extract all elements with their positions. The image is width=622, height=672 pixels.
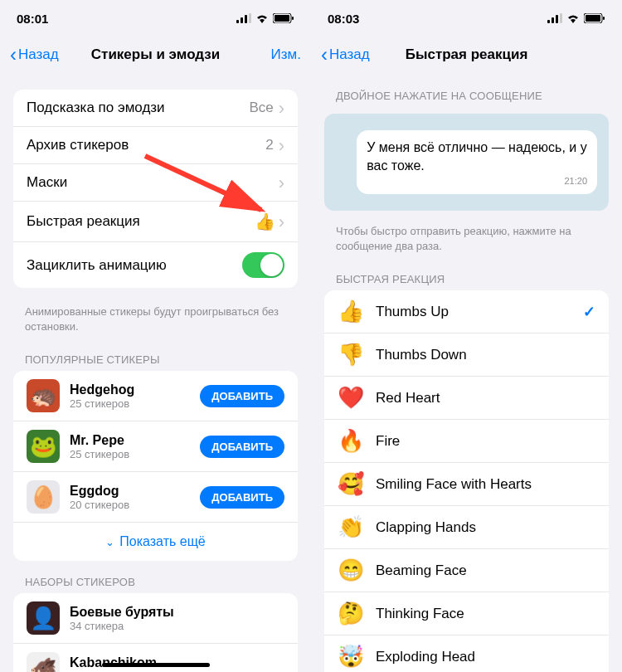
sticker-info: Eggdog 20 стикеров <box>70 484 200 511</box>
settings-row-4[interactable]: Зациклить анимацию <box>13 242 298 288</box>
add-button[interactable]: ДОБАВИТЬ <box>200 486 284 509</box>
settings-row-0[interactable]: Подсказка по эмодзиВсе› <box>13 90 298 127</box>
popular-sticker-0[interactable]: 🦔 Hedgehog 25 стикеров ДОБАВИТЬ <box>13 371 298 421</box>
popular-group: 🦔 Hedgehog 25 стикеров ДОБАВИТЬ🐸 Mr. Pep… <box>13 371 298 561</box>
back-label: Назад <box>18 46 59 63</box>
chevron-left-icon: ‹ <box>321 43 328 66</box>
svg-rect-10 <box>556 15 558 23</box>
nav-bar: ‹ Назад Быстрая реакция <box>311 37 622 73</box>
reaction-label: Exploding Head <box>376 649 595 665</box>
settings-value: Все <box>249 100 273 116</box>
message-time: 21:20 <box>367 176 587 186</box>
sticker-set-1[interactable]: 🐗 Kabanchikom 75 стикеров <box>13 644 298 672</box>
status-time: 08:03 <box>328 12 359 26</box>
reaction-emoji: 🥰 <box>338 471 362 497</box>
message-bubble[interactable]: У меня всё отлично — надеюсь, и у вас то… <box>357 130 597 194</box>
content[interactable]: ДВОЙНОЕ НАЖАТИЕ НА СООБЩЕНИЕ У меня всё … <box>311 73 622 672</box>
add-button[interactable]: ДОБАВИТЬ <box>200 385 284 407</box>
popular-sticker-2[interactable]: 🥚 Eggdog 20 стикеров ДОБАВИТЬ <box>13 472 298 523</box>
reaction-label: Clapping Hands <box>376 519 595 536</box>
popular-sticker-1[interactable]: 🐸 Mr. Pepe 25 стикеров ДОБАВИТЬ <box>13 421 298 472</box>
reaction-emoji: 👎 <box>338 342 362 368</box>
back-button[interactable]: ‹ Назад <box>10 43 59 66</box>
battery-icon <box>584 13 605 23</box>
show-more-button[interactable]: ⌄Показать ещё <box>13 523 298 561</box>
settings-label: Архив стикеров <box>27 137 265 153</box>
checkmark-icon: ✓ <box>583 303 595 321</box>
sticker-info: Hedgehog 25 стикеров <box>70 382 200 410</box>
reaction-row-0[interactable]: 👍 Thumbs Up ✓ <box>324 290 609 334</box>
sticker-count: 20 стикеров <box>70 499 200 511</box>
sets-header: НАБОРЫ СТИКЕРОВ <box>0 571 311 593</box>
svg-rect-13 <box>586 15 600 22</box>
svg-rect-3 <box>249 13 251 23</box>
add-button[interactable]: ДОБАВИТЬ <box>200 436 284 458</box>
sticker-name: Hedgehog <box>70 382 200 397</box>
right-screen: 08:03 ‹ Назад Быстрая реакция ДВОЙНОЕ НА… <box>311 0 622 672</box>
settings-group: Подсказка по эмодзиВсе›Архив стикеров2›М… <box>13 90 298 288</box>
settings-row-2[interactable]: Маски› <box>13 164 298 202</box>
wifi-icon <box>255 13 269 23</box>
sticker-thumb: 🐸 <box>27 430 60 463</box>
reaction-row-4[interactable]: 🥰 Smiling Face with Hearts <box>324 463 609 506</box>
reaction-label: Thumbs Down <box>376 347 595 363</box>
sticker-thumb: 🐗 <box>27 652 60 672</box>
status-icons <box>547 13 605 23</box>
animation-footer: Анимированные стикеры будут проигрыватьс… <box>0 298 311 348</box>
settings-label: Подсказка по эмодзи <box>27 100 249 116</box>
reaction-row-6[interactable]: 😁 Beaming Face <box>324 549 609 592</box>
reaction-emoji: 🤔 <box>338 601 362 626</box>
chevron-down-icon: ⌄ <box>105 536 114 548</box>
sticker-name: Mr. Pepe <box>70 433 200 448</box>
toggle-switch[interactable] <box>242 252 284 278</box>
reaction-row-8[interactable]: 🤯 Exploding Head <box>324 635 609 672</box>
reaction-row-5[interactable]: 👏 Clapping Hands <box>324 506 609 549</box>
settings-label: Маски <box>27 174 279 191</box>
popular-header: ПОПУЛЯРНЫЕ СТИКЕРЫ <box>0 348 311 371</box>
settings-value: 2 <box>265 137 273 153</box>
svg-rect-8 <box>547 20 550 23</box>
reaction-emoji: 👏 <box>338 514 362 540</box>
sets-group: 👤 Боевые буряты 34 стикера 🐗 Kabanchikom… <box>13 593 298 672</box>
status-icons <box>236 13 294 23</box>
chevron-right-icon: › <box>279 217 284 226</box>
reaction-row-3[interactable]: 🔥 Fire <box>324 420 609 463</box>
reaction-emoji: 😁 <box>338 558 362 583</box>
svg-rect-6 <box>292 17 294 20</box>
sticker-name: Боевые буряты <box>70 605 284 620</box>
back-label: Назад <box>329 46 370 63</box>
sticker-set-0[interactable]: 👤 Боевые буряты 34 стикера <box>13 593 298 644</box>
settings-label: Быстрая реакция <box>27 213 255 230</box>
chevron-right-icon: › <box>279 141 284 150</box>
quick-reaction-header: БЫСТРАЯ РЕАКЦИЯ <box>311 268 622 290</box>
reaction-label: Thumbs Up <box>376 304 583 320</box>
status-bar: 08:01 <box>0 0 311 37</box>
reaction-row-1[interactable]: 👎 Thumbs Down <box>324 334 609 377</box>
battery-icon <box>273 13 294 23</box>
home-indicator[interactable] <box>102 663 210 667</box>
svg-rect-11 <box>560 13 562 23</box>
settings-row-1[interactable]: Архив стикеров2› <box>13 127 298 164</box>
reaction-emoji: 🤯 <box>338 644 362 670</box>
reaction-row-7[interactable]: 🤔 Thinking Face <box>324 592 609 635</box>
reaction-label: Fire <box>376 433 595 450</box>
sticker-name: Eggdog <box>70 484 200 499</box>
reaction-emoji: 🔥 <box>338 428 362 454</box>
sticker-thumb: 🥚 <box>27 480 60 514</box>
settings-row-3[interactable]: Быстрая реакция👍› <box>13 202 298 242</box>
reaction-label: Smiling Face with Hearts <box>376 476 595 493</box>
nav-bar: ‹ Назад Стикеры и эмодзи Изм. <box>0 37 311 73</box>
svg-rect-5 <box>275 15 289 22</box>
content[interactable]: Подсказка по эмодзиВсе›Архив стикеров2›М… <box>0 73 311 672</box>
status-time: 08:01 <box>17 12 48 26</box>
svg-rect-2 <box>245 15 247 23</box>
sticker-thumb: 🦔 <box>27 379 60 412</box>
double-tap-footer: Чтобы быстро отправить реакцию, нажмите … <box>311 217 622 268</box>
chevron-right-icon: › <box>279 178 284 187</box>
reaction-row-2[interactable]: ❤️ Red Heart <box>324 377 609 420</box>
edit-button[interactable]: Изм. <box>271 46 301 63</box>
chevron-left-icon: ‹ <box>10 43 17 66</box>
svg-rect-0 <box>236 20 239 23</box>
message-preview: У меня всё отлично — надеюсь, и у вас то… <box>324 114 609 211</box>
back-button[interactable]: ‹ Назад <box>321 43 370 66</box>
